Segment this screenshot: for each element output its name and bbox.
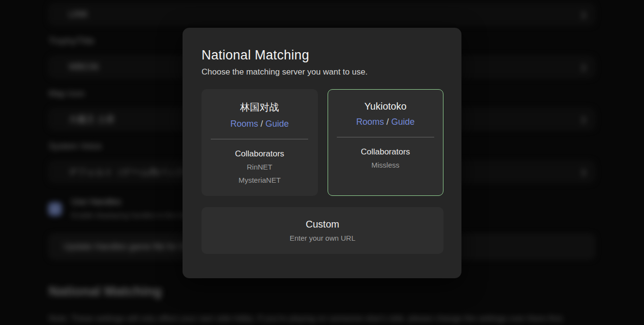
rooms-link[interactable]: Rooms [356, 117, 384, 127]
custom-server-card[interactable]: Custom Enter your own URL [202, 207, 443, 254]
card-divider [337, 137, 434, 137]
collaborator-name: Missless [328, 160, 443, 170]
guide-link[interactable]: Guide [391, 117, 415, 127]
custom-card-subtitle: Enter your own URL [290, 234, 355, 242]
link-separator: / [260, 119, 263, 129]
server-card-linguo[interactable]: 林国对战 Rooms/Guide Collaborators RinNET My… [202, 89, 318, 196]
card-divider [211, 139, 308, 139]
dialog-title: National Matching [202, 48, 443, 63]
server-name: 林国对战 [202, 101, 317, 114]
app-window: LINK ❯ Trophy/Title WBC06 ❯ Map Icon 大魔王… [0, 0, 644, 325]
custom-card-title: Custom [306, 219, 339, 230]
server-links: Rooms/Guide [202, 119, 317, 129]
server-options-row: 林国对战 Rooms/Guide Collaborators RinNET My… [202, 89, 443, 196]
collaborators-heading: Collaborators [328, 147, 443, 157]
rooms-link[interactable]: Rooms [230, 119, 258, 129]
link-separator: / [386, 117, 389, 127]
collaborators-heading: Collaborators [202, 149, 317, 159]
server-card-yukiotoko[interactable]: Yukiotoko Rooms/Guide Collaborators Miss… [328, 89, 444, 196]
national-matching-dialog: National Matching Choose the matching se… [183, 28, 461, 278]
collaborator-name: MysteriaNET [202, 175, 317, 185]
dialog-subtitle: Choose the matching server you want to u… [202, 67, 443, 77]
server-links: Rooms/Guide [328, 117, 443, 127]
collaborator-name: RinNET [202, 162, 317, 172]
server-name: Yukiotoko [328, 101, 443, 112]
guide-link[interactable]: Guide [265, 119, 289, 129]
